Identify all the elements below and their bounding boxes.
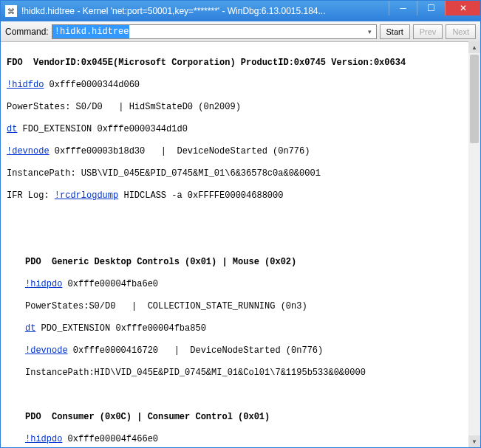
start-button[interactable]: Start <box>380 24 410 39</box>
fdo-label: FDO VendorID:0x045E(Microsoft Corporatio… <box>7 58 406 68</box>
instpath-line: InstancePath:HID\VID_045E&PID_0745&MI_01… <box>25 368 474 379</box>
hidfdo-link[interactable]: !hidfdo <box>7 80 44 90</box>
devnode-arg: 0xfffe00003b18d30 | DeviceNodeStarted (0… <box>50 146 310 156</box>
command-label: Command: <box>5 27 49 37</box>
dt-link[interactable]: dt <box>25 323 35 334</box>
scroll-down-icon[interactable]: ▼ <box>468 435 480 447</box>
ifr-arg: HIDCLASS -a 0xFFFFE00004688000 <box>118 190 283 201</box>
dt-arg: FDO_EXTENSION 0xfffe0000344d1d0 <box>17 124 187 134</box>
next-button[interactable]: Next <box>446 24 476 39</box>
app-icon: ⌘ <box>5 5 17 17</box>
hidpdo-link[interactable]: !hidpdo <box>25 279 62 289</box>
command-input[interactable] <box>52 24 377 39</box>
scroll-up-icon[interactable]: ▲ <box>468 41 480 53</box>
scroll-thumb[interactable] <box>470 55 479 143</box>
ifr-prefix: IFR Log: <box>7 190 55 201</box>
dt-arg: PDO_EXTENSION 0xfffe00004fba850 <box>35 323 205 334</box>
pdo-label: PDO Consumer (0x0C) | Consumer Control (… <box>25 412 270 422</box>
toolbar: Command: !hidkd.hidtree ▾ Start Prev Nex… <box>1 21 480 42</box>
vertical-scrollbar[interactable]: ▲ ▼ <box>468 41 480 447</box>
dt-link[interactable]: dt <box>7 124 17 134</box>
hidpdo-link[interactable]: !hidpdo <box>25 434 62 444</box>
titlebar: ⌘ !hidkd.hidtree - Kernel 'net:port=5000… <box>1 1 480 21</box>
power-line: PowerStates:S0/D0 | COLLECTION_STATE_RUN… <box>25 301 474 312</box>
devnode-arg: 0xfffe0000416720 | DeviceNodeStarted (0n… <box>68 345 324 356</box>
minimize-button[interactable]: ─ <box>389 1 417 15</box>
power-line: PowerStates: S0/D0 | HidSmStateD0 (0n200… <box>7 102 474 113</box>
devnode-link[interactable]: !devnode <box>25 345 68 356</box>
close-button[interactable]: ✕ <box>445 1 480 15</box>
maximize-button[interactable]: ☐ <box>417 1 445 15</box>
pdo-label: PDO Generic Desktop Controls (0x01) | Mo… <box>25 257 296 267</box>
instpath-line: InstancePath: USB\VID_045E&PID_0745&MI_0… <box>7 168 474 179</box>
output-pane[interactable]: FDO VendorID:0x045E(Microsoft Corporatio… <box>1 42 480 447</box>
hidpdo-arg: 0xfffe00004f466e0 <box>62 434 158 444</box>
rcdrlogdump-link[interactable]: !rcdrlogdump <box>55 190 118 201</box>
prev-button[interactable]: Prev <box>413 24 443 39</box>
hidfdo-arg: 0xfffe0000344d060 <box>44 80 140 90</box>
window-title: !hidkd.hidtree - Kernel 'net:port=50001,… <box>21 6 389 16</box>
command-dropdown-icon[interactable]: ▾ <box>364 25 376 38</box>
hidpdo-arg: 0xfffe00004fba6e0 <box>62 279 158 289</box>
devnode-link[interactable]: !devnode <box>7 146 50 156</box>
